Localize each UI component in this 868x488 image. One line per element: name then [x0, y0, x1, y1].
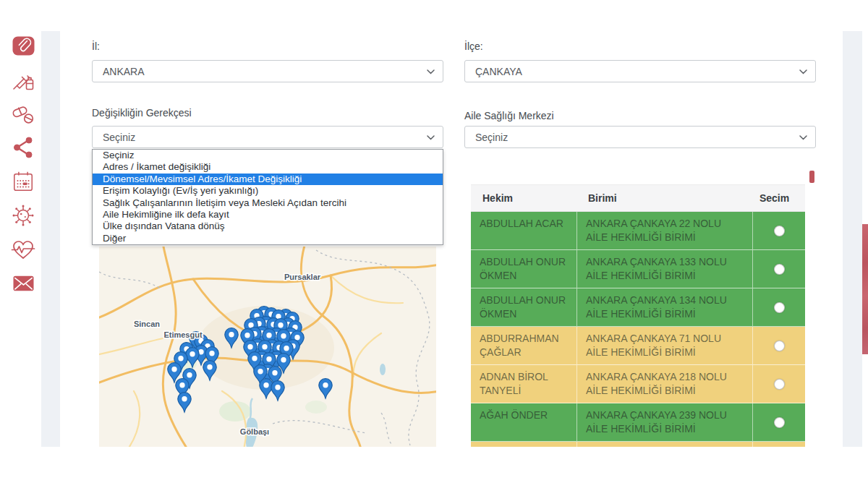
ilce-select-value: ÇANKAYA	[475, 66, 522, 77]
il-label: İl:	[92, 40, 100, 52]
table-row[interactable]: ABDULLAH ONUR ÖKMENANKARA ÇANKAYA 133 NO…	[471, 250, 805, 288]
select-doctor-radio[interactable]	[774, 302, 785, 313]
dropdown-option[interactable]: Adres / İkamet değişikliği	[93, 161, 443, 173]
map[interactable]: PursaklarSincanEtimesgutGölbaşı	[99, 247, 436, 447]
calendar-icon[interactable]	[11, 169, 35, 194]
il-select-value: ANKARA	[103, 66, 145, 77]
virus-icon[interactable]	[11, 203, 35, 228]
map-place-label: Sincan	[134, 320, 160, 328]
left-gutter	[41, 31, 60, 447]
dropdown-option[interactable]: Erişim Kolaylığı (Ev/İş yeri yakınlığı)	[93, 185, 443, 197]
unit-name: ANKARA ÇANKAYA 218 NOLU AİLE HEKİMLİĞİ B…	[576, 365, 752, 403]
unit-name: ANKARA ÇANKAYA 22 NOLU AİLE HEKİMLİĞİ Bİ…	[576, 212, 752, 250]
table-row[interactable]: AĞAH ÖNDERANKARA ÇANKAYA 239 NOLU AİLE H…	[471, 403, 805, 442]
doctor-name: AHMET KILINÇ	[471, 442, 576, 447]
doctor-name: ABDULLAH ACAR	[471, 212, 576, 250]
il-select[interactable]: ANKARA	[92, 60, 443, 82]
unit-name: ANKARA ÇANKAYA 57 NOLU AİLE HEKİMLİĞİ Bİ…	[576, 442, 752, 447]
dropdown-option[interactable]: Dönemsel/Mevsimsel Adres/İkamet Değişikl…	[93, 174, 443, 185]
header-hekim: Hekim	[471, 184, 576, 212]
header-secim: Secim	[752, 184, 805, 212]
table-row[interactable]: ABDURRAHMAN ÇAĞLARANKARA ÇANKAYA 71 NOLU…	[471, 327, 805, 365]
header-birimi: Birimi	[576, 184, 752, 212]
doctor-name: ADNAN BİROL TANYELİ	[471, 365, 576, 403]
edge-panel-fragment[interactable]	[862, 224, 868, 354]
asm-label: Aile Sağlığı Merkezi	[464, 110, 554, 121]
table-row[interactable]: ABDULLAH ACARANKARA ÇANKAYA 22 NOLU AİLE…	[471, 212, 805, 250]
table-header-row: Hekim Birimi Secim	[471, 184, 805, 212]
attachment-icon[interactable]	[11, 33, 35, 58]
heart-pulse-icon[interactable]	[11, 237, 35, 262]
unit-name: ANKARA ÇANKAYA 134 NOLU AİLE HEKİMLİĞİ B…	[576, 288, 752, 327]
table-row[interactable]: ADNAN BİROL TANYELİANKARA ÇANKAYA 218 NO…	[471, 365, 805, 403]
ilce-label: İlçe:	[464, 40, 483, 52]
unit-name: ANKARA ÇANKAYA 71 NOLU AİLE HEKİMLİĞİ Bİ…	[576, 327, 752, 365]
select-doctor-radio[interactable]	[774, 226, 785, 236]
vaccine-icon[interactable]	[11, 67, 35, 92]
dropdown-option[interactable]: Aile Hekimliğine ilk defa kayıt	[93, 209, 443, 221]
table-row[interactable]: AHMET KILINÇANKARA ÇANKAYA 57 NOLU AİLE …	[471, 442, 805, 447]
doctor-name: AĞAH ÖNDER	[471, 403, 576, 442]
doctor-name: ABDULLAH ONUR ÖKMEN	[471, 288, 576, 327]
doctor-name: ABDULLAH ONUR ÖKMEN	[471, 250, 576, 288]
table-row[interactable]: ABDULLAH ONUR ÖKMENANKARA ÇANKAYA 134 NO…	[471, 288, 805, 327]
unit-name: ANKARA ÇANKAYA 239 NOLU AİLE HEKİMLİĞİ B…	[576, 403, 752, 442]
asm-select-value: Seçiniz	[475, 132, 508, 143]
map-place-label: Gölbaşı	[240, 427, 269, 436]
share-icon[interactable]	[11, 135, 35, 160]
dropdown-option[interactable]: Diğer	[93, 233, 443, 244]
ilce-select[interactable]: ÇANKAYA	[464, 60, 816, 82]
reason-label: Değişikliğin Gerekçesi	[92, 107, 192, 119]
reason-select[interactable]: Seçiniz	[92, 126, 443, 148]
chevron-down-icon	[427, 135, 435, 140]
reason-select-value: Seçiniz	[103, 132, 135, 143]
select-doctor-radio[interactable]	[774, 341, 785, 351]
asm-select[interactable]: Seçiniz	[464, 126, 816, 148]
icon-sidebar	[9, 33, 38, 296]
map-place-label: Etimesgut	[163, 330, 203, 339]
table-scrollbar-thumb[interactable]	[809, 171, 814, 183]
page: İl: ANKARA İlçe: ÇANKAYA Değişikliğin Ge…	[0, 0, 868, 488]
reason-dropdown-list: SeçinizAdres / İkamet değişikliğiDönemse…	[92, 149, 443, 245]
doctor-name: ABDURRAHMAN ÇAĞLAR	[471, 327, 576, 365]
medication-icon[interactable]	[11, 101, 35, 126]
dropdown-option[interactable]: Sağlık Çalışanlarının İletişim veya Mesl…	[93, 197, 443, 209]
select-doctor-radio[interactable]	[774, 417, 785, 428]
right-gutter	[843, 31, 862, 447]
unit-name: ANKARA ÇANKAYA 133 NOLU AİLE HEKİMLİĞİ B…	[576, 250, 752, 288]
select-doctor-radio[interactable]	[774, 264, 785, 275]
chevron-down-icon	[799, 135, 807, 140]
select-doctor-radio[interactable]	[774, 379, 785, 390]
dropdown-option[interactable]: Ülke dışından Vatana dönüş	[93, 221, 443, 232]
chevron-down-icon	[427, 69, 435, 74]
map-place-label: Pursaklar	[284, 273, 321, 281]
message-icon[interactable]	[11, 271, 35, 296]
doctor-table: Hekim Birimi Secim ABDULLAH ACARANKARA Ç…	[471, 184, 805, 447]
chevron-down-icon	[799, 69, 807, 74]
dropdown-option[interactable]: Seçiniz	[93, 150, 443, 161]
